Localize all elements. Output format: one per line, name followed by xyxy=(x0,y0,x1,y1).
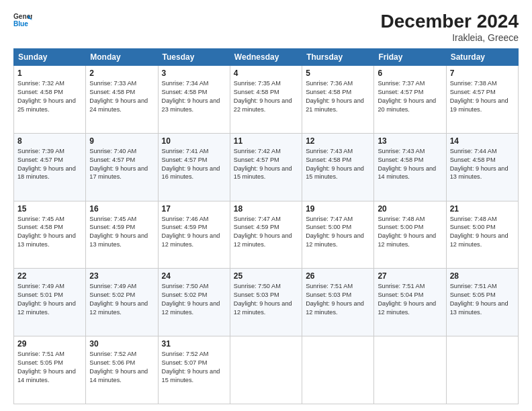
day-header: Sunday xyxy=(14,49,86,66)
day-info: Sunrise: 7:46 AMSunset: 4:59 PMDaylight:… xyxy=(162,215,226,250)
calendar: SundayMondayTuesdayWednesdayThursdayFrid… xyxy=(13,48,519,404)
day-info: Sunrise: 7:41 AMSunset: 4:57 PMDaylight:… xyxy=(162,147,226,182)
calendar-cell xyxy=(302,336,374,404)
day-info: Sunrise: 7:51 AMSunset: 5:04 PMDaylight:… xyxy=(378,282,442,317)
day-number: 18 xyxy=(234,204,298,214)
day-header: Saturday xyxy=(446,49,518,66)
day-number: 27 xyxy=(378,271,442,281)
day-number: 17 xyxy=(162,204,226,214)
calendar-cell xyxy=(230,336,302,404)
calendar-cell: 15Sunrise: 7:45 AMSunset: 4:58 PMDayligh… xyxy=(14,201,86,269)
day-header: Tuesday xyxy=(158,49,230,66)
day-number: 9 xyxy=(89,136,154,146)
day-info: Sunrise: 7:52 AMSunset: 5:06 PMDaylight:… xyxy=(89,350,154,385)
day-number: 26 xyxy=(306,271,370,281)
day-info: Sunrise: 7:48 AMSunset: 5:00 PMDaylight:… xyxy=(450,215,515,250)
day-number: 4 xyxy=(234,68,298,78)
calendar-cell: 3Sunrise: 7:34 AMSunset: 4:58 PMDaylight… xyxy=(158,66,230,134)
day-number: 8 xyxy=(17,136,82,146)
page-title: December 2024 xyxy=(381,11,519,32)
day-number: 13 xyxy=(378,136,442,146)
calendar-cell: 5Sunrise: 7:36 AMSunset: 4:58 PMDaylight… xyxy=(302,66,374,134)
calendar-cell: 19Sunrise: 7:47 AMSunset: 5:00 PMDayligh… xyxy=(302,201,374,269)
day-number: 1 xyxy=(17,68,82,78)
calendar-cell: 21Sunrise: 7:48 AMSunset: 5:00 PMDayligh… xyxy=(446,201,518,269)
day-info: Sunrise: 7:35 AMSunset: 4:58 PMDaylight:… xyxy=(234,79,298,114)
calendar-cell: 13Sunrise: 7:43 AMSunset: 4:58 PMDayligh… xyxy=(374,133,446,201)
calendar-cell: 28Sunrise: 7:51 AMSunset: 5:05 PMDayligh… xyxy=(446,269,518,336)
day-info: Sunrise: 7:43 AMSunset: 4:58 PMDaylight:… xyxy=(378,147,442,182)
day-info: Sunrise: 7:50 AMSunset: 5:02 PMDaylight:… xyxy=(162,282,226,317)
day-info: Sunrise: 7:50 AMSunset: 5:03 PMDaylight:… xyxy=(234,282,298,317)
calendar-cell: 25Sunrise: 7:50 AMSunset: 5:03 PMDayligh… xyxy=(230,269,302,336)
day-number: 29 xyxy=(17,339,82,349)
calendar-cell xyxy=(374,336,446,404)
day-header: Friday xyxy=(374,49,446,66)
calendar-cell: 2Sunrise: 7:33 AMSunset: 4:58 PMDaylight… xyxy=(86,66,158,134)
svg-text:Blue: Blue xyxy=(13,20,28,28)
day-info: Sunrise: 7:37 AMSunset: 4:57 PMDaylight:… xyxy=(378,79,442,114)
calendar-week: 1Sunrise: 7:32 AMSunset: 4:58 PMDaylight… xyxy=(14,66,519,134)
logo-icon: General Blue xyxy=(13,11,32,30)
day-number: 20 xyxy=(378,204,442,214)
calendar-week: 15Sunrise: 7:45 AMSunset: 4:58 PMDayligh… xyxy=(14,201,519,269)
day-info: Sunrise: 7:48 AMSunset: 5:00 PMDaylight:… xyxy=(378,215,442,250)
calendar-cell: 10Sunrise: 7:41 AMSunset: 4:57 PMDayligh… xyxy=(158,133,230,201)
calendar-cell xyxy=(446,336,518,404)
day-info: Sunrise: 7:51 AMSunset: 5:05 PMDaylight:… xyxy=(450,282,515,317)
day-number: 15 xyxy=(17,204,82,214)
day-number: 24 xyxy=(162,271,226,281)
calendar-cell: 12Sunrise: 7:43 AMSunset: 4:58 PMDayligh… xyxy=(302,133,374,201)
page: General Blue December 2024 Irakleia, Gre… xyxy=(0,0,532,411)
calendar-cell: 1Sunrise: 7:32 AMSunset: 4:58 PMDaylight… xyxy=(14,66,86,134)
day-number: 11 xyxy=(234,136,298,146)
day-number: 23 xyxy=(89,271,154,281)
day-number: 10 xyxy=(162,136,226,146)
day-info: Sunrise: 7:47 AMSunset: 4:59 PMDaylight:… xyxy=(234,215,298,250)
calendar-body: 1Sunrise: 7:32 AMSunset: 4:58 PMDaylight… xyxy=(14,66,519,404)
day-number: 12 xyxy=(306,136,370,146)
calendar-cell: 16Sunrise: 7:45 AMSunset: 4:59 PMDayligh… xyxy=(86,201,158,269)
day-info: Sunrise: 7:36 AMSunset: 4:58 PMDaylight:… xyxy=(306,79,370,114)
calendar-week: 29Sunrise: 7:51 AMSunset: 5:05 PMDayligh… xyxy=(14,336,519,404)
day-number: 6 xyxy=(378,68,442,78)
calendar-header: SundayMondayTuesdayWednesdayThursdayFrid… xyxy=(14,49,519,66)
day-info: Sunrise: 7:39 AMSunset: 4:57 PMDaylight:… xyxy=(17,147,82,182)
day-info: Sunrise: 7:52 AMSunset: 5:07 PMDaylight:… xyxy=(162,350,226,385)
calendar-cell: 9Sunrise: 7:40 AMSunset: 4:57 PMDaylight… xyxy=(86,133,158,201)
day-number: 2 xyxy=(89,68,154,78)
calendar-cell: 4Sunrise: 7:35 AMSunset: 4:58 PMDaylight… xyxy=(230,66,302,134)
day-info: Sunrise: 7:34 AMSunset: 4:58 PMDaylight:… xyxy=(162,79,226,114)
day-info: Sunrise: 7:40 AMSunset: 4:57 PMDaylight:… xyxy=(89,147,154,182)
day-info: Sunrise: 7:51 AMSunset: 5:03 PMDaylight:… xyxy=(306,282,370,317)
calendar-cell: 30Sunrise: 7:52 AMSunset: 5:06 PMDayligh… xyxy=(86,336,158,404)
calendar-cell: 29Sunrise: 7:51 AMSunset: 5:05 PMDayligh… xyxy=(14,336,86,404)
calendar-cell: 7Sunrise: 7:38 AMSunset: 4:57 PMDaylight… xyxy=(446,66,518,134)
day-number: 5 xyxy=(306,68,370,78)
calendar-cell: 6Sunrise: 7:37 AMSunset: 4:57 PMDaylight… xyxy=(374,66,446,134)
calendar-cell: 24Sunrise: 7:50 AMSunset: 5:02 PMDayligh… xyxy=(158,269,230,336)
calendar-cell: 8Sunrise: 7:39 AMSunset: 4:57 PMDaylight… xyxy=(14,133,86,201)
day-number: 21 xyxy=(450,204,515,214)
calendar-cell: 14Sunrise: 7:44 AMSunset: 4:58 PMDayligh… xyxy=(446,133,518,201)
day-info: Sunrise: 7:51 AMSunset: 5:05 PMDaylight:… xyxy=(17,350,82,385)
page-subtitle: Irakleia, Greece xyxy=(381,32,519,43)
day-number: 28 xyxy=(450,271,515,281)
day-header: Wednesday xyxy=(230,49,302,66)
day-info: Sunrise: 7:42 AMSunset: 4:57 PMDaylight:… xyxy=(234,147,298,182)
title-block: December 2024 Irakleia, Greece xyxy=(381,11,519,43)
day-number: 19 xyxy=(306,204,370,214)
day-info: Sunrise: 7:44 AMSunset: 4:58 PMDaylight:… xyxy=(450,147,515,182)
day-info: Sunrise: 7:45 AMSunset: 4:59 PMDaylight:… xyxy=(89,215,154,250)
day-number: 7 xyxy=(450,68,515,78)
calendar-week: 22Sunrise: 7:49 AMSunset: 5:01 PMDayligh… xyxy=(14,269,519,336)
day-number: 31 xyxy=(162,339,226,349)
day-header: Monday xyxy=(86,49,158,66)
day-header: Thursday xyxy=(302,49,374,66)
header-row: SundayMondayTuesdayWednesdayThursdayFrid… xyxy=(14,49,519,66)
logo: General Blue xyxy=(13,11,32,30)
calendar-cell: 26Sunrise: 7:51 AMSunset: 5:03 PMDayligh… xyxy=(302,269,374,336)
day-info: Sunrise: 7:49 AMSunset: 5:01 PMDaylight:… xyxy=(17,282,82,317)
day-number: 14 xyxy=(450,136,515,146)
day-number: 3 xyxy=(162,68,226,78)
